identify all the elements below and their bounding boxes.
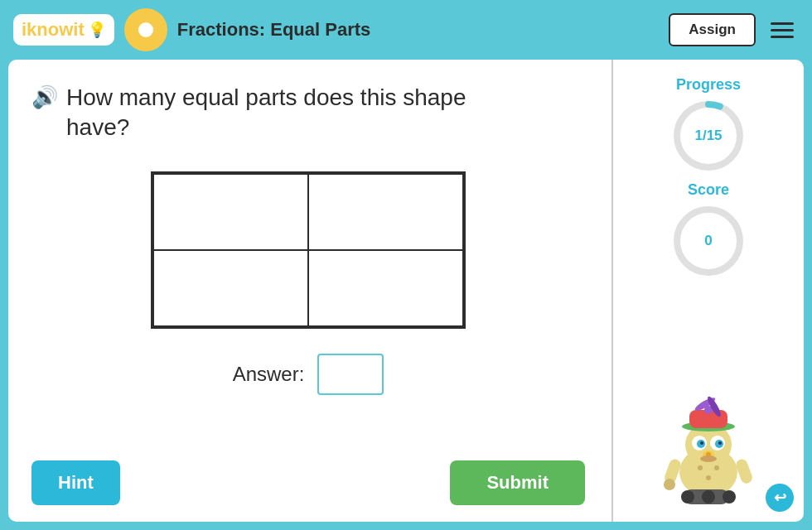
svg-point-25	[723, 490, 736, 504]
hamburger-line-3	[771, 36, 794, 38]
score-value: 0	[704, 233, 712, 249]
question-line-1: How many equal parts does this shape	[66, 84, 466, 110]
svg-point-18	[700, 455, 717, 462]
back-button[interactable]: ↩	[766, 484, 794, 512]
score-circle: 0	[671, 204, 746, 278]
progress-label: Progress	[676, 76, 741, 94]
lightbulb-icon: 💡	[88, 21, 106, 39]
svg-point-20	[664, 479, 675, 490]
question-panel: 🔊 How many equal parts does this shape h…	[8, 60, 613, 522]
progress-value: 1/15	[694, 128, 722, 144]
score-label: Score	[688, 181, 729, 199]
question-area: 🔊 How many equal parts does this shape h…	[31, 83, 585, 143]
shape-container	[31, 171, 585, 329]
hint-button[interactable]: Hint	[31, 460, 120, 505]
assign-button[interactable]: Assign	[669, 13, 756, 46]
progress-section: Progress 1/15	[671, 76, 746, 173]
submit-button[interactable]: Submit	[450, 460, 585, 505]
progress-circle: 1/15	[671, 99, 746, 173]
grid-cell-4	[308, 250, 463, 326]
logo: iknowit 💡	[13, 14, 114, 46]
svg-point-24	[702, 490, 715, 504]
grid-cell-3	[153, 250, 308, 326]
header: iknowit 💡 Fractions: Equal Parts Assign	[0, 0, 812, 60]
back-icon: ↩	[774, 489, 786, 507]
hamburger-line-2	[771, 29, 794, 31]
svg-point-27	[714, 465, 719, 470]
answer-input[interactable]	[317, 354, 384, 395]
lesson-title: Fractions: Equal Parts	[177, 19, 660, 41]
grid-cell-1	[153, 174, 308, 250]
header-circle-icon	[124, 8, 167, 51]
svg-point-26	[698, 465, 703, 470]
robot-mascot	[655, 385, 762, 505]
answer-label: Answer:	[233, 363, 305, 386]
grid-shape	[151, 171, 466, 329]
svg-point-28	[706, 475, 711, 480]
mascot-container	[655, 293, 762, 505]
logo-text-end: it	[73, 19, 84, 40]
hamburger-line-1	[771, 22, 794, 25]
grid-cell-2	[308, 174, 463, 250]
header-circle-inner	[138, 22, 153, 37]
svg-point-14	[700, 441, 703, 445]
logo-text-start: iknow	[22, 19, 73, 40]
question-line-2: have?	[66, 114, 129, 140]
answer-area: Answer:	[31, 354, 585, 395]
logo-text: iknowit	[22, 19, 85, 41]
question-text: How many equal parts does this shape hav…	[66, 83, 466, 143]
svg-point-15	[718, 441, 722, 445]
score-section: Score 0	[671, 181, 746, 278]
menu-button[interactable]	[766, 17, 799, 43]
speaker-icon[interactable]: 🔊	[31, 84, 58, 110]
svg-point-23	[681, 490, 694, 504]
main-panel: 🔊 How many equal parts does this shape h…	[8, 60, 804, 522]
sidebar: Progress 1/15 Score 0	[613, 60, 804, 522]
bottom-buttons: Hint Submit	[31, 460, 585, 505]
